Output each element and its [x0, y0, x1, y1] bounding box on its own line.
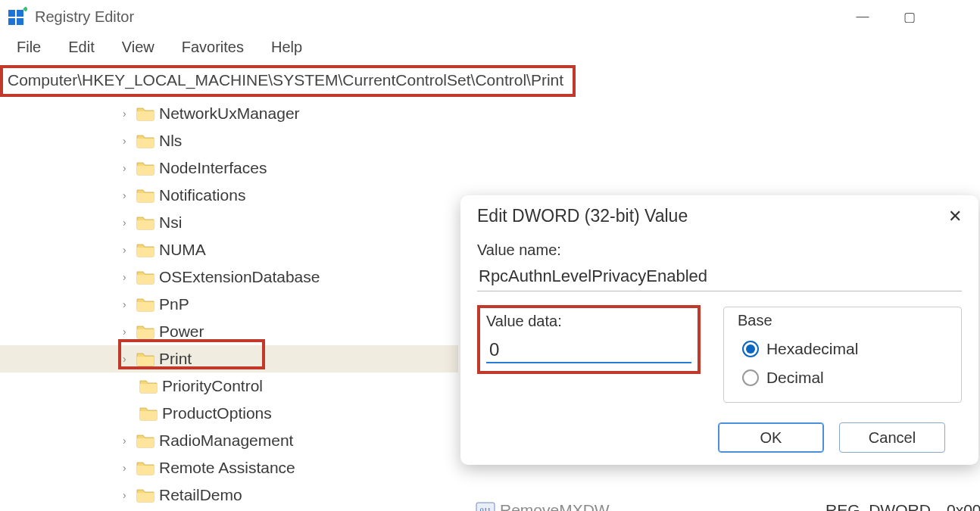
tree-item-label: Print: [159, 350, 192, 368]
minimize-button[interactable]: —: [839, 0, 886, 33]
close-button[interactable]: [933, 0, 980, 33]
values-pane[interactable]: RemoveMXDWREG_DWORD0x00SchedulerThreadPr…: [460, 497, 980, 511]
value-type: REG_DWORD: [826, 501, 947, 511]
chevron-right-icon[interactable]: ›: [123, 244, 133, 256]
tree-item-label: NodeInterfaces: [159, 159, 267, 177]
menu-favorites[interactable]: Favorites: [168, 36, 257, 59]
folder-icon: [139, 406, 158, 421]
tree-item-radiomanagement[interactable]: ›RadioManagement: [0, 427, 458, 454]
tree-item-productoptions[interactable]: ProductOptions: [0, 400, 458, 427]
maximize-button[interactable]: ▢: [886, 0, 933, 33]
tree-item-nodeinterfaces[interactable]: ›NodeInterfaces: [0, 154, 458, 182]
tree-item-label: Remote Assistance: [159, 459, 295, 477]
app-icon: [8, 7, 27, 26]
tree-item-power[interactable]: ›Power: [0, 318, 458, 345]
tree-item-numa[interactable]: ›NUMA: [0, 236, 458, 263]
value-data-label: Value data:: [486, 313, 691, 330]
edit-dword-dialog: Edit DWORD (32-bit) Value ✕ Value name: …: [460, 195, 978, 465]
tree-item-remote-assistance[interactable]: ›Remote Assistance: [0, 454, 458, 481]
address-bar[interactable]: Computer\HKEY_LOCAL_MACHINE\SYSTEM\Curre…: [0, 65, 576, 97]
chevron-right-icon[interactable]: ›: [123, 107, 133, 120]
tree-item-label: NetworkUxManager: [159, 104, 300, 123]
chevron-right-icon[interactable]: ›: [123, 189, 133, 201]
tree-item-print[interactable]: ›Print: [0, 345, 458, 372]
menu-help[interactable]: Help: [257, 36, 316, 59]
chevron-right-icon[interactable]: ›: [123, 326, 133, 338]
tree-item-notifications[interactable]: ›Notifications: [0, 182, 458, 209]
svg-rect-0: [8, 10, 15, 17]
tree-item-label: RetailDemo: [159, 486, 242, 504]
tree-item-osextensiondatabase[interactable]: ›OSExtensionDatabase: [0, 263, 458, 291]
folder-icon: [136, 242, 154, 257]
tree-item-retaildemo[interactable]: ›RetailDemo: [0, 481, 458, 509]
radio-hex-label: Hexadecimal: [766, 340, 858, 358]
radio-dec-label: Decimal: [766, 369, 824, 387]
tree-item-label: Notifications: [159, 186, 245, 204]
folder-icon: [136, 215, 154, 230]
svg-rect-1: [17, 10, 23, 17]
chevron-right-icon[interactable]: ›: [123, 298, 133, 310]
tree-item-label: PnP: [159, 295, 189, 313]
folder-icon: [136, 297, 154, 312]
menu-edit[interactable]: Edit: [55, 36, 108, 59]
ok-button[interactable]: OK: [718, 422, 824, 453]
folder-icon: [136, 133, 154, 148]
folder-icon: [136, 106, 154, 121]
tree-item-label: Power: [159, 322, 204, 341]
radio-decimal[interactable]: Decimal: [735, 363, 950, 391]
dword-icon: [476, 502, 495, 511]
folder-icon: [136, 324, 154, 339]
value-data-input[interactable]: [486, 336, 691, 363]
radio-dec-indicator: [742, 369, 759, 386]
menu-view[interactable]: View: [108, 36, 168, 59]
chevron-right-icon[interactable]: ›: [123, 462, 133, 474]
value-name-field[interactable]: RpcAuthnLevelPrivacyEnabled: [477, 265, 962, 291]
tree-item-label: PriorityControl: [162, 377, 263, 395]
folder-icon: [136, 160, 154, 176]
dialog-close-button[interactable]: ✕: [948, 207, 962, 226]
chevron-right-icon[interactable]: ›: [123, 135, 133, 147]
chevron-right-icon[interactable]: ›: [123, 271, 133, 283]
radio-hexadecimal[interactable]: Hexadecimal: [735, 334, 950, 363]
svg-rect-4: [23, 7, 27, 12]
tree-item-label: OSExtensionDatabase: [159, 268, 320, 286]
folder-icon: [136, 188, 154, 203]
folder-icon: [136, 270, 154, 285]
value-name: RemoveMXDW: [500, 501, 826, 511]
tree-item-prioritycontrol[interactable]: PriorityControl: [0, 372, 458, 400]
dialog-title: Edit DWORD (32-bit) Value: [477, 206, 688, 226]
window-controls: — ▢: [839, 0, 980, 33]
titlebar: Registry Editor — ▢: [0, 0, 980, 33]
folder-icon: [136, 351, 154, 366]
tree-item-label: Nsi: [159, 213, 182, 232]
cancel-button[interactable]: Cancel: [839, 422, 945, 453]
value-name-label: Value name:: [477, 241, 962, 259]
tree-item-label: RadioManagement: [159, 432, 293, 450]
chevron-right-icon[interactable]: ›: [123, 489, 133, 501]
base-legend: Base: [735, 312, 776, 329]
folder-icon: [136, 460, 154, 475]
tree-item-label: Nls: [159, 132, 182, 150]
chevron-right-icon[interactable]: ›: [123, 162, 133, 174]
folder-icon: [136, 433, 154, 448]
tree-item-nls[interactable]: ›Nls: [0, 127, 458, 154]
base-group: Base Hexadecimal Decimal: [723, 307, 962, 403]
radio-hex-indicator: [742, 341, 759, 357]
tree-item-nsi[interactable]: ›Nsi: [0, 209, 458, 236]
value-row[interactable]: RemoveMXDWREG_DWORD0x00: [460, 497, 980, 511]
addressbar-container: Computer\HKEY_LOCAL_MACHINE\SYSTEM\Curre…: [0, 61, 980, 97]
menu-file[interactable]: File: [3, 36, 55, 59]
window-title: Registry Editor: [35, 8, 134, 26]
svg-rect-3: [17, 18, 23, 25]
svg-rect-2: [8, 18, 15, 25]
menubar: File Edit View Favorites Help: [0, 33, 980, 61]
tree-item-pnp[interactable]: ›PnP: [0, 291, 458, 318]
tree-item-label: ProductOptions: [162, 404, 272, 422]
folder-icon: [139, 379, 158, 394]
tree-pane[interactable]: ›NetworkUxManager›Nls›NodeInterfaces›Not…: [0, 97, 458, 511]
folder-icon: [136, 488, 154, 503]
chevron-right-icon[interactable]: ›: [123, 217, 133, 229]
chevron-right-icon[interactable]: ›: [123, 435, 133, 447]
tree-item-networkuxmanager[interactable]: ›NetworkUxManager: [0, 100, 458, 127]
chevron-right-icon[interactable]: ›: [123, 353, 133, 365]
